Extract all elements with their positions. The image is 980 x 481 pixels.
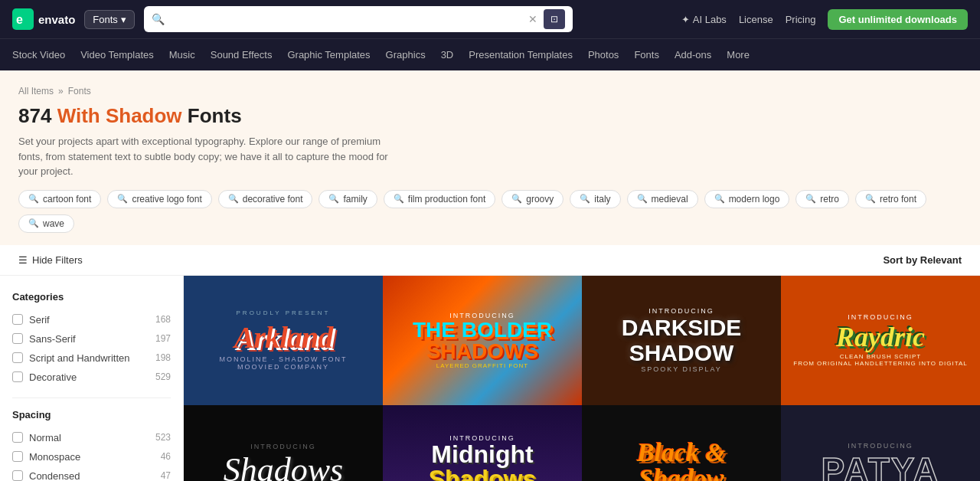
search-tag-icon: 🔍 — [714, 194, 725, 204]
sort-value[interactable]: Relevant — [920, 254, 962, 266]
ai-labs-label: AI Labs — [693, 14, 727, 25]
sidebar-item-monospace[interactable]: Monospace 46 — [12, 447, 171, 466]
sidebar-item-sans-serif[interactable]: Sans-Serif 197 — [12, 329, 171, 348]
nav-addons[interactable]: Add-ons — [675, 46, 711, 64]
darkside-title: DARKSIDESHADOW — [622, 315, 742, 365]
search-clear-icon[interactable]: ✕ — [528, 13, 537, 25]
fonts-dropdown[interactable]: Fonts ▾ — [84, 10, 135, 29]
search-tag-icon: 🔍 — [228, 194, 239, 204]
tag-label: family — [343, 194, 367, 205]
font-card-darkside[interactable]: INTRODUCING DARKSIDESHADOW SPOOKY DISPLA… — [582, 276, 781, 405]
sans-serif-checkbox[interactable] — [12, 333, 23, 344]
bolder-subtitle: LAYERED GRAFFITI FONT — [436, 362, 528, 369]
ai-labs-button[interactable]: ✦ AI Labs — [681, 14, 727, 25]
tag-retro[interactable]: 🔍 retro — [795, 190, 849, 208]
sidebar-item-decorative[interactable]: Decorative 529 — [12, 368, 171, 387]
nav-3d[interactable]: 3D — [441, 46, 454, 64]
chevron-down-icon: ▾ — [121, 14, 126, 25]
font-grid: PROUDLY PRESENT Arkland MONOLINE · SHADO… — [184, 276, 980, 482]
search-tag-icon: 🔍 — [865, 194, 876, 204]
breadcrumb-root[interactable]: All Items — [18, 86, 54, 97]
tag-creative-logo-font[interactable]: 🔍 creative logo font — [107, 190, 211, 208]
nav-graphics[interactable]: Graphics — [386, 46, 426, 64]
nav-photos[interactable]: Photos — [588, 46, 619, 64]
nav-sound-effects[interactable]: Sound Effects — [211, 46, 273, 64]
font-card-midnight[interactable]: INTRODUCING Midnight Shadows a playful d… — [383, 405, 582, 482]
patya-title: PATYA — [822, 450, 940, 482]
decorative-label: Decorative — [29, 371, 77, 383]
font-card-blackshadow[interactable]: Black & Shadow HANDWRITTEN FONT — [582, 405, 781, 482]
normal-label: Normal — [29, 432, 61, 443]
raydric-intro: INTRODUCING — [848, 313, 913, 321]
nav-graphic-templates[interactable]: Graphic Templates — [287, 46, 370, 64]
nav-more[interactable]: More — [727, 46, 750, 64]
tag-label: cartoon font — [43, 194, 91, 205]
serif-checkbox[interactable] — [12, 314, 23, 325]
font-card-patya[interactable]: INTRODUCING PATYA OUTLINE SHADOW BAL. AD… — [781, 405, 980, 482]
camera-search-button[interactable]: ⊡ — [544, 9, 565, 29]
tag-label: italy — [594, 194, 610, 205]
sidebar-item-script[interactable]: Script and Handwritten 198 — [12, 348, 171, 368]
search-input[interactable]: with shadow — [171, 14, 522, 25]
tag-decorative-font[interactable]: 🔍 decorative font — [218, 190, 313, 208]
sidebar-item-normal[interactable]: Normal 523 — [12, 428, 171, 447]
hero-title: 874 With Shadow Fonts — [18, 104, 962, 128]
pricing-link[interactable]: Pricing — [786, 14, 816, 25]
normal-count: 523 — [155, 432, 171, 443]
tag-film-production-font[interactable]: 🔍 film production font — [384, 190, 495, 208]
tag-family[interactable]: 🔍 family — [318, 190, 377, 208]
tag-groovy[interactable]: 🔍 groovy — [501, 190, 564, 208]
sidebar-item-serif[interactable]: Serif 168 — [12, 310, 171, 329]
tag-label: modern logo — [729, 194, 780, 205]
nav-fonts[interactable]: Fonts — [634, 46, 659, 64]
monospace-label: Monospace — [29, 451, 80, 463]
darkside-intro: INTRODUCING — [648, 307, 714, 315]
raydric-sub2: FROM ORIGINAL HANDLETTERING INTO DIGITAL — [793, 360, 967, 367]
normal-checkbox[interactable] — [12, 432, 23, 443]
midnight-title-1: Midnight — [431, 442, 533, 466]
svg-text:e: e — [16, 13, 23, 26]
font-card-bolder[interactable]: INTRODUCING THE BOLDER SHADOWS LAYERED G… — [383, 276, 582, 405]
darkside-subtitle: SPOOKY DISPLAY — [641, 365, 722, 373]
condensed-checkbox[interactable] — [12, 470, 23, 481]
tag-retro-font[interactable]: 🔍 retro font — [855, 190, 926, 208]
hero-description: Set your projects apart with exceptional… — [18, 134, 401, 179]
monospace-checkbox[interactable] — [12, 451, 23, 462]
font-card-shadows[interactable]: INTRODUCING Shadows A SIGNATURE FONT — [184, 405, 383, 482]
bolder-title-2: SHADOWS — [426, 341, 538, 362]
breadcrumb-current: Fonts — [68, 86, 91, 97]
shadows-intro: INTRODUCING — [250, 443, 316, 450]
condensed-label: Condensed — [29, 470, 80, 482]
search-tag-icon: 🔍 — [580, 194, 590, 204]
main-content: Categories Serif 168 Sans-Serif 197 Scri… — [0, 276, 980, 482]
license-link[interactable]: License — [739, 14, 773, 25]
bolder-title-1: THE BOLDER — [413, 319, 552, 341]
get-unlimited-button[interactable]: Get unlimited downloads — [828, 9, 968, 30]
tag-medieval[interactable]: 🔍 medieval — [627, 190, 698, 208]
midnight-title-2: Shadows — [429, 466, 536, 481]
filter-bar: ☰ Hide Filters Sort by Relevant — [0, 245, 980, 276]
fonts-dropdown-label: Fonts — [93, 14, 118, 25]
arkland-title: Arkland — [234, 319, 333, 355]
nav-music[interactable]: Music — [169, 46, 195, 64]
nav-presentation-templates[interactable]: Presentation Templates — [469, 46, 573, 64]
tag-modern-logo[interactable]: 🔍 modern logo — [704, 190, 790, 208]
nav-video-templates[interactable]: Video Templates — [80, 46, 154, 64]
patya-intro: INTRODUCING — [848, 442, 913, 450]
nav-stock-video[interactable]: Stock Video — [12, 46, 65, 64]
font-card-raydric[interactable]: INTRODUCING Raydric CLEAN BRUSH SCRIPT F… — [781, 276, 980, 405]
hide-filters-label: Hide Filters — [32, 254, 83, 266]
hide-filters-button[interactable]: ☰ Hide Filters — [18, 254, 83, 266]
sidebar-divider — [12, 398, 171, 398]
tag-cartoon-font[interactable]: 🔍 cartoon font — [18, 190, 101, 208]
sidebar-item-condensed[interactable]: Condensed 47 — [12, 466, 171, 482]
logo[interactable]: e envato — [12, 8, 75, 30]
script-checkbox[interactable] — [12, 352, 23, 363]
decorative-checkbox[interactable] — [12, 371, 23, 382]
serif-label: Serif — [29, 314, 50, 326]
tag-italy[interactable]: 🔍 italy — [570, 190, 620, 208]
font-card-arkland[interactable]: PROUDLY PRESENT Arkland MONOLINE · SHADO… — [184, 276, 383, 405]
tag-wave[interactable]: 🔍 wave — [18, 214, 74, 233]
raydric-title: Raydric — [836, 321, 925, 353]
script-label: Script and Handwritten — [29, 352, 130, 364]
